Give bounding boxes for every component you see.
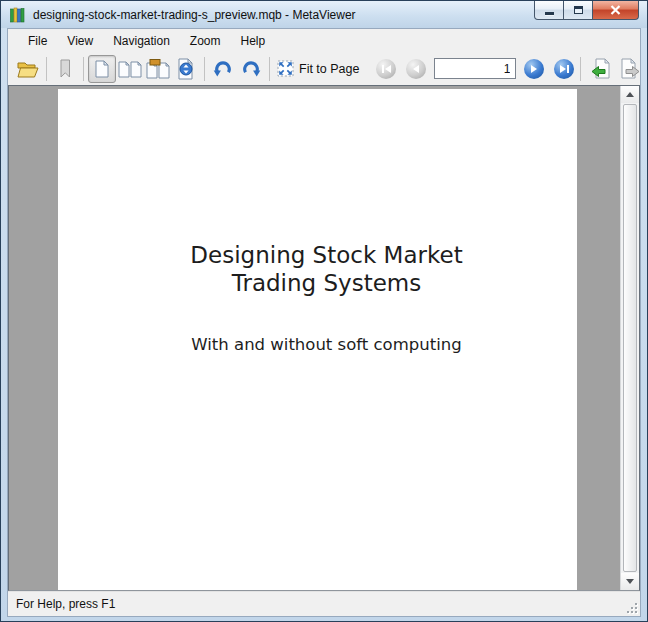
- menu-item-navigation[interactable]: Navigation: [103, 31, 180, 51]
- toolbar-separator: [580, 57, 581, 81]
- maximize-button[interactable]: [564, 1, 592, 20]
- facing-pages-cover-icon: [146, 59, 170, 79]
- last-page-icon: [560, 65, 566, 73]
- menu-item-file[interactable]: File: [18, 31, 57, 51]
- window-title: designing-stock-market-trading-s_preview…: [33, 8, 356, 22]
- open-folder-icon: [17, 60, 39, 78]
- toolbar-separator: [83, 57, 84, 81]
- previous-page-button[interactable]: [406, 59, 426, 79]
- page-text-block: Designing Stock Market Trading Systems W…: [58, 241, 577, 354]
- facing-pages-icon: [118, 60, 142, 78]
- metaviewer-window: designing-stock-market-trading-s_preview…: [0, 0, 648, 622]
- bookmark-icon: [58, 59, 72, 79]
- menu-item-view[interactable]: View: [57, 31, 103, 51]
- first-page-button[interactable]: [376, 59, 396, 79]
- next-page-icon: [531, 65, 537, 73]
- resize-grip[interactable]: [625, 601, 637, 613]
- fit-to-page-button[interactable]: Fit to Page: [274, 55, 366, 83]
- facing-pages-view-button[interactable]: [116, 55, 144, 83]
- previous-page-icon: [413, 65, 419, 73]
- scrollbar-track[interactable]: [621, 103, 639, 573]
- back-green-arrow-icon: [591, 58, 612, 79]
- scroll-up-button[interactable]: [621, 86, 639, 103]
- app-books-icon: [10, 7, 26, 23]
- menu-item-help[interactable]: Help: [231, 31, 276, 51]
- up-arrow-icon: [626, 92, 634, 97]
- menu-bar: File View Navigation Zoom Help: [8, 29, 640, 52]
- document-subtitle: With and without soft computing: [76, 335, 577, 354]
- single-page-view-button[interactable]: [88, 55, 116, 83]
- single-page-icon: [95, 60, 109, 78]
- rotate-left-button[interactable]: [209, 55, 237, 83]
- continuous-scroll-icon: [175, 58, 197, 80]
- minimize-button[interactable]: [534, 1, 564, 20]
- minimize-icon: [545, 12, 554, 15]
- caption-buttons: [534, 1, 639, 20]
- maximize-icon: [574, 6, 583, 14]
- toolbar-separator: [269, 57, 270, 81]
- rotate-right-button[interactable]: [237, 55, 265, 83]
- toolbar: Fit to Page: [8, 52, 640, 85]
- close-button[interactable]: [592, 1, 639, 20]
- bookmark-button[interactable]: [51, 55, 79, 83]
- go-forward-button[interactable]: [615, 55, 643, 83]
- document-page: Designing Stock Market Trading Systems W…: [58, 89, 577, 590]
- page-number-input[interactable]: [434, 58, 516, 79]
- toolbar-separator: [204, 57, 205, 81]
- open-file-button[interactable]: [14, 55, 42, 83]
- status-bar: For Help, press F1: [8, 591, 640, 616]
- viewport-row: Designing Stock Market Trading Systems W…: [8, 85, 640, 591]
- go-back-button[interactable]: [587, 55, 615, 83]
- toolbar-separator: [46, 57, 47, 81]
- rotate-left-icon: [212, 58, 234, 80]
- last-page-button[interactable]: [554, 59, 574, 79]
- facing-pages-cover-view-button[interactable]: [144, 55, 172, 83]
- down-arrow-icon: [626, 579, 634, 584]
- vertical-scrollbar[interactable]: [620, 86, 639, 590]
- continuous-view-button[interactable]: [172, 55, 200, 83]
- rotate-right-icon: [240, 58, 262, 80]
- menu-item-zoom[interactable]: Zoom: [180, 31, 231, 51]
- close-icon: [610, 5, 621, 15]
- fit-to-page-icon: [277, 60, 294, 77]
- client-area: File View Navigation Zoom Help: [7, 28, 641, 617]
- document-viewport: Designing Stock Market Trading Systems W…: [9, 86, 620, 590]
- forward-gray-arrow-icon: [619, 58, 640, 79]
- next-page-button[interactable]: [524, 59, 544, 79]
- scroll-down-button[interactable]: [621, 573, 639, 590]
- first-page-icon: [382, 65, 384, 73]
- status-help-text: For Help, press F1: [16, 597, 115, 611]
- document-title-line2: Trading Systems: [76, 269, 577, 297]
- document-title-line1: Designing Stock Market: [76, 241, 577, 269]
- scrollbar-thumb[interactable]: [623, 104, 637, 572]
- titlebar[interactable]: designing-stock-market-trading-s_preview…: [1, 1, 647, 28]
- fit-to-page-label: Fit to Page: [299, 62, 359, 76]
